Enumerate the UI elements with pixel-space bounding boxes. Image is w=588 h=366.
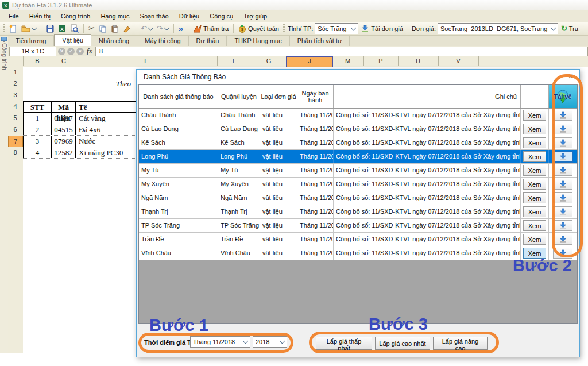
header-ma-hieu[interactable]: Mã hiệu: [52, 102, 76, 112]
column-header-b[interactable]: B: [23, 56, 52, 66]
cut-button[interactable]: ✂: [87, 24, 96, 33]
dialog-table-row[interactable]: Vĩnh ChâuVĩnh Châuvật liệuTháng 11/20...…: [139, 246, 577, 260]
month-combo[interactable]: Tháng 11/2018: [190, 336, 250, 348]
row-header-5[interactable]: 5: [8, 113, 22, 124]
dialog-table-row[interactable]: Cù Lao DungCù Lao Dungvật liệuTháng 11/2…: [139, 122, 577, 136]
download-row-button[interactable]: [553, 234, 572, 245]
download-row-button[interactable]: [553, 206, 572, 217]
xem-button[interactable]: Xem: [523, 165, 546, 176]
xem-button[interactable]: Xem: [523, 179, 546, 190]
quyet-toan-button[interactable]: $ Quyết toán: [237, 24, 280, 33]
tai-don-gia-button[interactable]: Tải đơn giá: [360, 24, 404, 33]
xem-button[interactable]: Xem: [523, 124, 546, 134]
cell-ten[interactable]: Đá 4x6: [76, 124, 136, 135]
tham-tra-button[interactable]: Thẩm tra: [192, 24, 230, 33]
menu-cong-cu[interactable]: Công cụ: [204, 11, 238, 21]
lap-gia-nang-cao-button[interactable]: Lấp giá nâng cao: [433, 337, 488, 350]
side-panel-tab-cong-trinh[interactable]: Công trình: [1, 43, 7, 70]
print-preview-button[interactable]: [69, 24, 80, 33]
cell-ma-hieu[interactable]: 12582: [52, 147, 76, 158]
download-row-button[interactable]: [553, 248, 572, 259]
header-stt[interactable]: STT: [23, 102, 52, 112]
enter-check-icon[interactable]: ✓: [67, 48, 75, 55]
dialog-table-row[interactable]: Mỹ XuyênMỹ Xuyênvật liệuTháng 11/20...Cô…: [139, 178, 577, 191]
formula-dropdown-icon[interactable]: ▾: [76, 48, 84, 55]
xem-button[interactable]: Xem: [523, 234, 546, 245]
lap-gia-thap-nhat-button[interactable]: Lấp giá thấp nhất: [316, 337, 372, 350]
cell-ten[interactable]: Xi măng PC30: [76, 147, 136, 158]
column-header-v[interactable]: V: [438, 56, 479, 66]
row-header-1[interactable]: 1: [8, 67, 22, 78]
dialog-table-row[interactable]: Châu ThànhChâu Thànhvật liệuTháng 11/20.…: [139, 109, 577, 122]
cell-stt[interactable]: 2: [23, 124, 52, 135]
row-header-7[interactable]: 7: [8, 136, 23, 147]
redo-button[interactable]: ↷: [156, 24, 170, 33]
tab-phan-tich-vat-tu[interactable]: Phân tích vật tư: [290, 36, 350, 46]
xem-button[interactable]: Xem: [523, 206, 546, 217]
row-header-6[interactable]: 6: [8, 124, 22, 135]
cell-stt[interactable]: 4: [23, 147, 52, 158]
project-side-panel[interactable]: Công trình: [0, 36, 9, 353]
column-header-g[interactable]: G: [252, 56, 287, 66]
download-row-button[interactable]: [553, 124, 572, 134]
download-row-button[interactable]: [553, 165, 572, 176]
header-tai-ve[interactable]: Tải về: [549, 85, 577, 108]
cell-ma-hieu[interactable]: 04515: [52, 124, 76, 135]
xem-button[interactable]: Xem: [523, 110, 546, 121]
row-header-3[interactable]: 3: [8, 90, 22, 101]
tab-nhan-cong[interactable]: Nhân công: [91, 36, 137, 46]
format-brush-button[interactable]: [122, 24, 132, 33]
select-all-corner[interactable]: [8, 56, 24, 66]
cell-stt[interactable]: 3: [23, 136, 52, 147]
row-header-2[interactable]: 2: [8, 78, 22, 89]
save-button[interactable]: [45, 24, 55, 33]
xem-button[interactable]: Xem: [523, 151, 546, 162]
dialog-table-row[interactable]: TP Sóc TrăngTP Sóc Trăngvật liệuTháng 11…: [139, 219, 577, 233]
lap-gia-cao-nhat-button[interactable]: Lấp giá cao nhất: [375, 337, 430, 350]
header-ten[interactable]: Tê: [76, 102, 136, 112]
download-row-button[interactable]: [553, 179, 572, 190]
new-document-button[interactable]: [7, 24, 18, 33]
cancel-icon[interactable]: ✕: [58, 48, 65, 55]
cell-ten[interactable]: Nước: [76, 136, 136, 147]
paste-button[interactable]: [110, 24, 120, 33]
xem-button[interactable]: Xem: [523, 220, 546, 231]
menu-du-lieu[interactable]: Dữ liệu: [174, 11, 205, 21]
tab-may-thi-cong[interactable]: Máy thi công: [137, 36, 188, 46]
header-loai-don-gia[interactable]: Loại đơn giá: [260, 85, 297, 108]
dialog-table-row[interactable]: Long PhúLong Phúvật liệuTháng 11/20...Cô…: [139, 150, 577, 164]
menu-file[interactable]: File: [3, 11, 24, 21]
copy-button[interactable]: [98, 24, 108, 33]
undo-button[interactable]: ↶: [140, 24, 154, 33]
header-ghi-chu[interactable]: Ghi chú: [334, 85, 521, 108]
open-button[interactable]: [20, 24, 37, 33]
tra-cuu-button[interactable]: ↻ Tra: [560, 24, 579, 33]
column-header-e[interactable]: E: [76, 56, 218, 66]
tab-vat-lieu[interactable]: Vật liệu: [54, 34, 91, 46]
download-row-button[interactable]: [553, 110, 572, 121]
column-header-u[interactable]: U: [398, 56, 439, 66]
download-row-button[interactable]: [552, 151, 573, 163]
tab-thkp-hang-muc[interactable]: THKP Hạng mục: [227, 36, 289, 46]
menu-hien-thi[interactable]: Hiển thị: [24, 11, 56, 21]
cell-name-box[interactable]: 1R x 1C: [9, 47, 56, 56]
column-header-j[interactable]: J: [286, 56, 333, 67]
cell-ten[interactable]: Cát vàng: [76, 113, 136, 124]
cell-ma-hieu[interactable]: 01897: [52, 113, 76, 124]
dialog-table-row[interactable]: Kế SáchKế Sáchvật liệuTháng 11/20...Công…: [139, 136, 577, 150]
xem-button[interactable]: Xem: [523, 192, 546, 203]
export-excel-button[interactable]: X: [57, 24, 67, 33]
run-button[interactable]: »: [177, 24, 184, 33]
menu-cong-trinh[interactable]: Công trình: [56, 11, 95, 21]
menu-hang-muc[interactable]: Hạng mục: [95, 11, 134, 21]
tab-du-thau[interactable]: Dự thầu: [189, 36, 227, 46]
column-header-f[interactable]: F: [217, 56, 252, 66]
download-row-button[interactable]: [553, 192, 572, 203]
header-danh-sach[interactable]: Danh sách giá thông báo: [139, 85, 218, 108]
xem-button[interactable]: Xem: [523, 248, 546, 259]
menu-soan-thao[interactable]: Soạn thảo: [135, 11, 174, 21]
close-icon[interactable]: ✕: [568, 72, 574, 80]
tab-tien-luong[interactable]: Tiền lượng: [8, 36, 54, 46]
cell-stt[interactable]: 1: [23, 113, 52, 124]
header-ngay-ban-hanh[interactable]: Ngày ban hành: [297, 85, 334, 108]
